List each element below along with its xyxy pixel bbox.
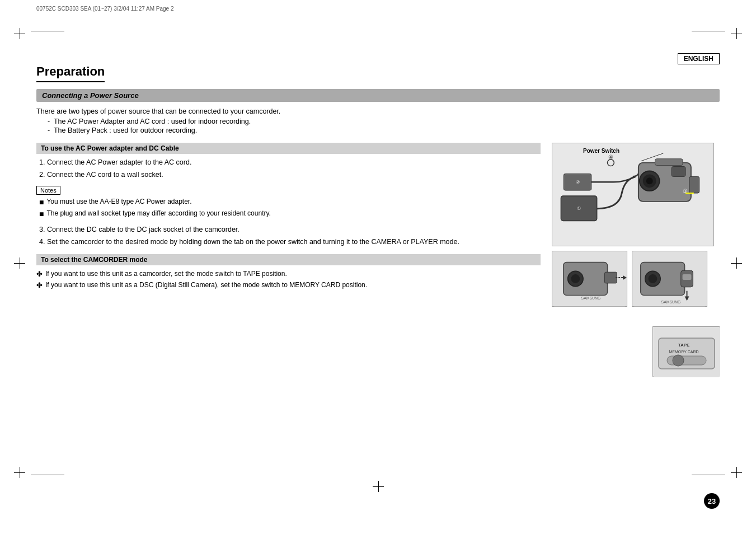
svg-rect-11 bbox=[672, 167, 685, 177]
svg-rect-14 bbox=[689, 176, 699, 193]
border-top-right bbox=[692, 31, 725, 31]
note-bullet-1: ■ bbox=[39, 198, 44, 207]
crosshair-top-right bbox=[731, 28, 742, 39]
border-top-left bbox=[31, 31, 64, 31]
intro-text: There are two types of power source that… bbox=[36, 107, 720, 115]
svg-text:MEMORY CARD: MEMORY CARD bbox=[669, 350, 698, 354]
two-column-layout: To use the AC Power adapter and DC Cable… bbox=[36, 143, 720, 377]
intro-item-2: - The Battery Pack : used for outdoor re… bbox=[48, 127, 720, 134]
svg-rect-20 bbox=[605, 272, 617, 283]
intro-item-1: - The AC Power Adapter and AC cord : use… bbox=[48, 118, 720, 125]
svg-text:②: ② bbox=[576, 180, 580, 185]
crosshair-mid-left bbox=[14, 257, 25, 269]
step-3: 3. Connect the DC cable to the DC jack s… bbox=[36, 226, 541, 233]
right-column: Power Switch ① ② bbox=[552, 143, 720, 377]
small-illustration-2: SAMSUNG bbox=[632, 251, 707, 307]
svg-text:①: ① bbox=[577, 206, 581, 211]
svg-rect-28 bbox=[683, 274, 692, 280]
svg-text:TAPE: TAPE bbox=[678, 343, 690, 348]
main-content: Preparation Connecting a Power Source Th… bbox=[36, 64, 720, 489]
crosshair-mid-right bbox=[731, 257, 742, 269]
page-title: Preparation bbox=[36, 64, 105, 82]
camcorder-mode-svg: TAPE MEMORY CARD bbox=[653, 327, 720, 377]
mode-item-1: ✤ If you want to use this unit as a camc… bbox=[36, 270, 541, 278]
subsection-camcorder-header: To select the CAMCORDER mode bbox=[36, 254, 541, 265]
main-illustration-svg: ① ② ④ bbox=[552, 143, 713, 246]
svg-point-10 bbox=[646, 177, 653, 184]
note-2: ■ The plug and wall socket type may diff… bbox=[36, 209, 541, 219]
document-info: 00752C SCD303 SEA (01~27) 3/2/04 11:27 A… bbox=[36, 6, 173, 12]
camcorder-section: ✤ If you want to use this unit as a camc… bbox=[36, 270, 541, 292]
page-number: 23 bbox=[704, 493, 720, 509]
page-container: 00752C SCD303 SEA (01~27) 3/2/04 11:27 A… bbox=[0, 0, 756, 534]
note-1: ■ You must use the AA-E8 type AC Power a… bbox=[36, 198, 541, 207]
crosshair-bottom-left bbox=[14, 467, 25, 478]
svg-text:SAMSUNG: SAMSUNG bbox=[581, 296, 601, 300]
svg-rect-12 bbox=[655, 159, 683, 166]
small-illustration-1-svg: SAMSUNG bbox=[552, 251, 627, 307]
svg-point-36 bbox=[673, 355, 684, 366]
step-2: 2. Connect the AC cord to a wall socket. bbox=[36, 171, 541, 179]
left-column: To use the AC Power adapter and DC Cable… bbox=[36, 143, 541, 377]
camcorder-mode-illustration: TAPE MEMORY CARD bbox=[652, 326, 720, 377]
main-illustration: Power Switch ① ② bbox=[552, 143, 714, 246]
mode-item-2: ✤ If you want to use this unit as a DSC … bbox=[36, 281, 541, 289]
power-switch-label: Power Switch bbox=[583, 148, 619, 154]
section-header-connecting: Connecting a Power Source bbox=[36, 89, 720, 102]
svg-point-26 bbox=[649, 274, 658, 283]
english-badge: ENGLISH bbox=[678, 53, 720, 64]
step-1: 1. Connect the AC Power adapter to the A… bbox=[36, 158, 541, 166]
crosshair-bottom-right bbox=[731, 467, 742, 478]
small-illustration-2-svg: SAMSUNG bbox=[632, 251, 707, 307]
mode-bullet-2: ✤ bbox=[36, 281, 43, 289]
notes-label: Notes bbox=[36, 186, 60, 195]
camcorder-left-col: ✤ If you want to use this unit as a camc… bbox=[36, 270, 541, 292]
small-illustrations-row: SAMSUNG bbox=[552, 251, 720, 307]
mode-bullet-1: ✤ bbox=[36, 270, 43, 278]
subsection-ac-header: To use the AC Power adapter and DC Cable bbox=[36, 143, 541, 154]
svg-text:SAMSUNG: SAMSUNG bbox=[661, 300, 681, 304]
small-illustration-1: SAMSUNG bbox=[552, 251, 627, 307]
crosshair-top-left bbox=[14, 28, 25, 39]
svg-point-19 bbox=[571, 274, 580, 283]
note-bullet-2: ■ bbox=[39, 209, 44, 219]
step-4: 4. Set the camcorder to the desired mode… bbox=[36, 238, 541, 246]
camcorder-section-wrapper: To select the CAMCORDER mode ✤ If you wa… bbox=[36, 254, 541, 292]
